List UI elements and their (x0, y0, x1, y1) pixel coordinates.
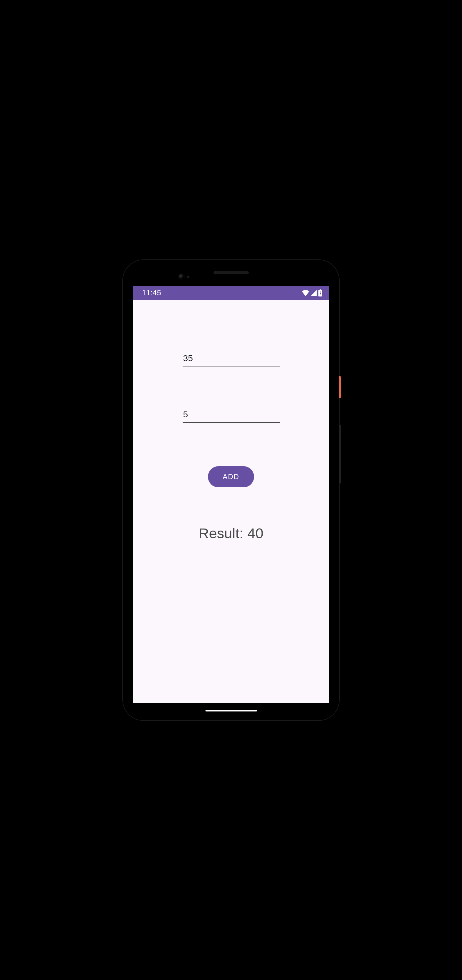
status-bar: 11:45 (133, 286, 329, 300)
first-number-field (183, 352, 279, 366)
phone-notch (128, 271, 334, 274)
second-number-input[interactable] (183, 408, 279, 423)
power-button (339, 376, 341, 398)
cellular-icon (311, 290, 317, 296)
volume-button (339, 425, 341, 484)
phone-inner: 11:45 (128, 265, 334, 715)
battery-icon (318, 290, 322, 296)
status-icons (302, 290, 322, 296)
screen: 11:45 (133, 286, 329, 703)
sensor (187, 275, 189, 278)
result-label: Result: 40 (198, 525, 264, 541)
status-time: 11:45 (142, 288, 161, 297)
navigation-handle[interactable] (205, 710, 257, 711)
front-camera (178, 274, 185, 280)
second-number-field (183, 408, 279, 423)
app-content: ADD Result: 40 (133, 300, 329, 703)
add-button[interactable]: ADD (208, 466, 254, 487)
wifi-icon (302, 290, 310, 296)
speaker-grille (213, 271, 249, 274)
svg-rect-1 (320, 290, 321, 290)
first-number-input[interactable] (183, 352, 279, 366)
phone-frame: 11:45 (123, 260, 339, 720)
